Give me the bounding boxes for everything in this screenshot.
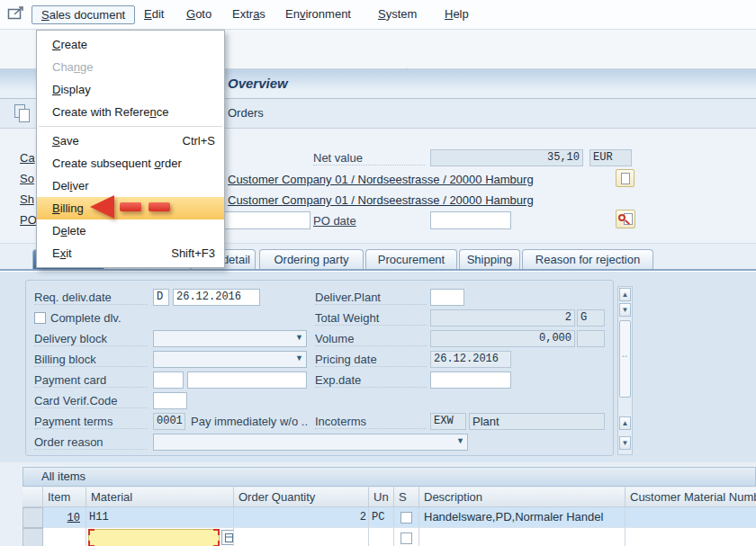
- scrollbar-thumb[interactable]: [619, 320, 631, 398]
- all-items-header: All items: [22, 467, 756, 487]
- item-number-link[interactable]: 10: [68, 512, 80, 524]
- tab-ordering-party[interactable]: Ordering party: [259, 249, 364, 271]
- s-checkbox[interactable]: [400, 533, 412, 544]
- quantity-cell[interactable]: [234, 528, 369, 546]
- field-label-fragment: Ca: [20, 151, 35, 165]
- complete-dlv-checkbox[interactable]: [34, 312, 46, 324]
- menu-item-create-with-reference[interactable]: Create with Reference: [37, 101, 224, 123]
- column-header-item[interactable]: Item: [43, 487, 86, 507]
- quantity-cell[interactable]: 2: [234, 507, 369, 528]
- s-checkbox[interactable]: [400, 512, 412, 524]
- req-deliv-date-input[interactable]: 26.12.2016: [173, 289, 260, 306]
- exp-date-input[interactable]: [430, 371, 511, 389]
- req-deliv-date-label: Req. deliv.date: [34, 291, 148, 305]
- menu-item-label: Exit: [52, 246, 72, 260]
- delivery-block-select[interactable]: [153, 330, 307, 347]
- po-date-label: PO date: [313, 214, 356, 228]
- menu-item-create-subsequent-order[interactable]: Create subsequent order: [37, 152, 224, 175]
- net-value-label: Net value: [313, 151, 425, 166]
- search-documents-icon[interactable]: [616, 210, 635, 228]
- complete-dlv-label: Complete dlv.: [50, 311, 122, 325]
- menubar-system[interactable]: System: [378, 5, 417, 24]
- matchcode-icon[interactable]: [221, 530, 234, 545]
- pricing-date-input[interactable]: 26.12.2016: [430, 351, 511, 368]
- column-header-order-quantity[interactable]: Order Quantity: [234, 487, 369, 507]
- column-header-customer-material[interactable]: Customer Material Numb: [626, 487, 756, 507]
- material-cell[interactable]: H11: [86, 507, 234, 528]
- menu-item-display[interactable]: Display: [37, 78, 224, 101]
- payment-card-number-input[interactable]: [187, 371, 307, 389]
- column-header-material[interactable]: Material: [86, 487, 234, 507]
- po-date-input[interactable]: [430, 211, 511, 229]
- material-cell[interactable]: [86, 528, 234, 546]
- menu-item-save[interactable]: SaveCtrl+S: [37, 130, 224, 152]
- unit-cell[interactable]: [369, 528, 394, 546]
- menubar-help[interactable]: Help: [445, 5, 469, 24]
- incoterms-label: Incoterms: [315, 415, 427, 429]
- customer-material-cell[interactable]: [626, 528, 756, 546]
- system-menu-icon[interactable]: [7, 5, 27, 24]
- order-reason-select[interactable]: [153, 434, 468, 451]
- menu-item-label: Deliver: [52, 179, 88, 192]
- column-header-un[interactable]: Un: [369, 487, 394, 507]
- ship-to-party-link[interactable]: Customer Company 01 / Nordseestrasse / 2…: [228, 193, 534, 207]
- sales-document-menu: CreateChangeDisplayCreate with Reference…: [36, 30, 225, 268]
- item-cell[interactable]: 10: [43, 507, 86, 528]
- tab-shipping[interactable]: Shipping: [459, 249, 520, 271]
- scroll-down-button[interactable]: ▼: [619, 303, 631, 317]
- card-verif-input[interactable]: [153, 392, 187, 409]
- menu-item-change[interactable]: Change: [37, 56, 224, 78]
- volume-unit-field: [577, 330, 605, 347]
- menu-separator: [39, 126, 222, 127]
- sap-gui-window: Sales documentEditGotoExtrasEnvironmentS…: [0, 0, 756, 546]
- payment-terms-code-field: 0001: [153, 413, 185, 430]
- page-title-fragment-right: Overview: [228, 76, 288, 91]
- tab-reason-for-rejection[interactable]: Reason for rejection: [522, 249, 653, 271]
- table-row-empty[interactable]: [22, 528, 756, 546]
- description-cell[interactable]: Handelsware,PD,Normaler Handel: [419, 507, 626, 528]
- deliv-date-type-field[interactable]: D: [153, 289, 169, 306]
- row-selector-cell[interactable]: [22, 507, 43, 528]
- copy-documents-icon[interactable]: [14, 104, 32, 123]
- material-input-focused[interactable]: [88, 529, 220, 546]
- vertical-scrollbar[interactable]: ▲ ▼ ▲ ▼: [617, 286, 633, 455]
- s-cell[interactable]: [394, 528, 419, 546]
- tab-procurement[interactable]: Procurement: [365, 249, 457, 271]
- menubar-environment[interactable]: Environment: [285, 5, 351, 24]
- s-cell[interactable]: [394, 507, 419, 528]
- column-header-s[interactable]: S: [394, 487, 419, 507]
- menu-bar: Sales documentEditGotoExtrasEnvironmentS…: [0, 0, 756, 30]
- billing-block-select[interactable]: [153, 351, 307, 368]
- card-verif-label: Card Verif.Code: [34, 394, 148, 408]
- menu-item-deliver[interactable]: Deliver: [37, 175, 224, 197]
- menu-item-exit[interactable]: ExitShift+F3: [37, 242, 224, 264]
- unit-cell[interactable]: PC: [369, 507, 394, 528]
- row-selector-cell[interactable]: [22, 528, 43, 546]
- create-text-icon[interactable]: [616, 169, 634, 187]
- menubar-edit[interactable]: Edit: [144, 5, 164, 24]
- pricing-date-label: Pricing date: [315, 353, 427, 367]
- customer-material-cell[interactable]: [626, 507, 756, 528]
- scroll-down-button-bottom[interactable]: ▼: [619, 436, 631, 450]
- menubar-goto[interactable]: Goto: [186, 5, 212, 24]
- deliver-plant-input[interactable]: [430, 289, 464, 306]
- menu-item-delete[interactable]: Delete: [37, 219, 224, 242]
- payment-card-type-input[interactable]: [153, 371, 184, 389]
- deliver-plant-label: Deliver.Plant: [315, 291, 427, 305]
- payment-card-label: Payment card: [34, 373, 148, 388]
- menu-item-create[interactable]: Create: [37, 33, 224, 56]
- description-cell[interactable]: [419, 528, 626, 546]
- table-row[interactable]: 10 H11 2 PC Handelsware,PD,Normaler Hand…: [22, 507, 756, 528]
- sold-to-party-link[interactable]: Customer Company 01 / Nordseestrasse / 2…: [228, 173, 534, 186]
- selector-column-header[interactable]: [22, 487, 43, 507]
- column-header-description[interactable]: Description: [419, 487, 626, 507]
- menubar-extras[interactable]: Extras: [232, 5, 266, 24]
- scroll-up-button[interactable]: ▲: [619, 288, 631, 301]
- menu-item-shortcut: Shift+F3: [171, 242, 215, 264]
- menubar-sales-document[interactable]: Sales document: [32, 5, 135, 24]
- item-cell[interactable]: [43, 528, 86, 546]
- payment-terms-label: Payment terms: [34, 415, 148, 429]
- scroll-up-button-bottom[interactable]: ▲: [619, 416, 631, 430]
- net-value-field: 35,10: [430, 149, 583, 166]
- orders-button[interactable]: Orders: [228, 106, 264, 120]
